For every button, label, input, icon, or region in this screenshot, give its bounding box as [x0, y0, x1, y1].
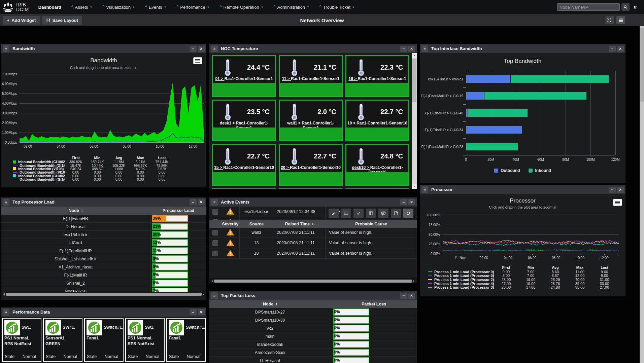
widget-menu-button[interactable] [616, 16, 625, 24]
legend-outbound[interactable]: Outbound [494, 168, 520, 173]
bandwidth-plot[interactable]: 7.00Mbps6.00Mbps5.00Mbps4.00Mbps3.00Mbps… [20, 74, 204, 142]
refresh-button[interactable] [403, 209, 413, 218]
user-menu-button[interactable] [631, 3, 639, 11]
node-column-header[interactable]: Node [263, 302, 273, 306]
scroll-up-icon[interactable]: ▲ [412, 53, 417, 58]
chart-context-menu-button[interactable] [613, 199, 622, 206]
minimize-button[interactable]: − [190, 46, 197, 52]
scroll-down-icon[interactable]: ▼ [412, 184, 417, 189]
node-column-header[interactable]: Node [68, 208, 79, 213]
close-button[interactable]: × [198, 309, 205, 315]
legend-value: 24.80 [543, 285, 568, 289]
menu-item-remote-operation[interactable]: ^Remote Operation▼ [220, 5, 264, 10]
sensor-link[interactable]: 11 > [282, 76, 291, 81]
sensor-link[interactable]: 01 > [215, 76, 224, 81]
menu-item-administration[interactable]: ^Administration▼ [274, 5, 309, 10]
close-button[interactable]: × [198, 46, 205, 52]
widget-settings-button[interactable] [3, 45, 9, 52]
close-button[interactable]: × [198, 199, 205, 205]
save-layout-button[interactable]: Save Layout [42, 16, 82, 25]
event-checkbox[interactable] [212, 209, 218, 215]
scrollbar-thumb[interactable] [6, 293, 202, 296]
sensor-link[interactable]: desk1 > [220, 121, 236, 125]
scroll-left-icon[interactable] [2, 293, 5, 296]
sensor-link[interactable]: desk10 > [352, 165, 370, 170]
close-button[interactable]: × [408, 293, 415, 299]
minimize-button[interactable]: − [609, 187, 616, 193]
close-button[interactable]: × [408, 46, 415, 52]
menu-item-assets[interactable]: ^Assets▼ [71, 5, 93, 10]
page-scrollbar-thumb[interactable] [640, 28, 644, 102]
acknowledge-button[interactable] [353, 209, 364, 218]
events-toolbar [329, 209, 413, 218]
minimize-button[interactable]: − [400, 293, 407, 299]
card-button[interactable] [341, 209, 351, 218]
temperature-tile: 22.3 °C16 > Rac1-Conroller1-Sensor1 [345, 55, 409, 97]
menu-item-label: Visualization [106, 5, 131, 10]
close-button[interactable]: × [617, 46, 624, 52]
outbound-bar [466, 92, 484, 100]
noc-scrollbar-thumb[interactable] [412, 59, 416, 102]
top-bandwidth-plot[interactable]: 020M40M60M80M100M120Mesx154.irib.ir > vm… [466, 71, 615, 155]
menu-item-visualization[interactable]: ^Visualization▼ [102, 5, 135, 10]
scroll-left-icon[interactable] [210, 280, 213, 283]
widget-settings-button[interactable] [421, 186, 428, 193]
widget-settings-button[interactable] [421, 45, 428, 52]
search-button[interactable] [621, 3, 630, 11]
axis-tick [463, 104, 466, 105]
legend-series-name: Process 1 min Load (Processor 2) [434, 278, 494, 282]
minimize-button[interactable]: − [190, 199, 197, 205]
widget-settings-button[interactable] [211, 45, 218, 52]
temperature-status-bar [213, 83, 275, 96]
scrollbar-thumb[interactable] [214, 280, 412, 283]
menu-item-dashboard[interactable]: Dashboard [38, 5, 61, 10]
sensor-link[interactable]: 20 > [281, 165, 290, 170]
widget-settings-button[interactable] [3, 309, 9, 316]
close-button[interactable]: × [617, 187, 624, 193]
minimize-button[interactable]: − [190, 309, 197, 315]
sensor-link[interactable]: 15 > [214, 165, 223, 170]
dashboard-page: IRIB DCIM Dashboard^Assets▼^Visualizatio… [0, 0, 644, 363]
legend-inbound[interactable]: Inbound [529, 168, 551, 173]
sensor-link[interactable]: 10 > [347, 121, 357, 125]
node-search-input[interactable] [557, 3, 620, 11]
log-button[interactable] [366, 209, 376, 218]
event-checkbox[interactable] [212, 230, 218, 235]
add-widget-button[interactable]: + Add Widget [3, 16, 40, 25]
state-label: State [87, 354, 97, 359]
menu-item-trouble-ticket[interactable]: ^Trouble Ticket▼ [319, 5, 355, 10]
menu-caret-up-icon: ^ [274, 5, 276, 9]
scroll-right-icon[interactable] [413, 280, 416, 283]
sensor-link[interactable]: wall1 > [287, 121, 302, 125]
horizontal-scrollbar[interactable] [209, 279, 417, 283]
minimize-button[interactable]: − [400, 46, 407, 52]
noc-scrollbar[interactable]: ▲▼ [412, 53, 417, 189]
widget-settings-button[interactable] [211, 199, 218, 206]
processor-plot[interactable]: 100.00%75.00%50.00%25.00%0.00%11. Nov02:… [443, 215, 619, 254]
fullscreen-button[interactable] [605, 16, 614, 24]
edit-button[interactable] [329, 209, 339, 218]
widget-settings-button[interactable] [211, 292, 218, 299]
scroll-right-icon[interactable] [203, 293, 205, 296]
page-scrollbar[interactable] [640, 26, 644, 363]
note-button[interactable] [391, 209, 401, 218]
table-row: D_Herasat23% [1, 223, 206, 231]
widget-settings-button[interactable] [3, 199, 9, 206]
sensor-link[interactable]: 16 > [348, 76, 358, 81]
legend-col-header: Last [592, 265, 617, 269]
menu-item-performance[interactable]: ^Performance▼ [177, 5, 210, 10]
performance-tile: Sw1,PS1 Normal,RPS NotExistStateNormal [2, 318, 41, 362]
event-checkbox[interactable] [212, 251, 218, 256]
menu-item-events[interactable]: ^Events▼ [145, 5, 167, 10]
close-button[interactable]: × [408, 199, 415, 205]
minimize-button[interactable]: − [400, 199, 407, 205]
performance-label-line: Sw1, [22, 325, 31, 330]
minimize-button[interactable]: − [609, 46, 616, 52]
event-checkbox[interactable] [212, 240, 218, 246]
chart-context-menu-button[interactable] [193, 57, 202, 64]
comment-button[interactable] [378, 209, 388, 218]
chart-subtitle: Click and drag in the plot area to zoom … [1, 66, 206, 70]
events-column-header[interactable]: Raised Time▲▼ [273, 220, 326, 228]
temperature-value: 22.7 °C [314, 152, 336, 160]
horizontal-scrollbar[interactable] [1, 292, 206, 296]
